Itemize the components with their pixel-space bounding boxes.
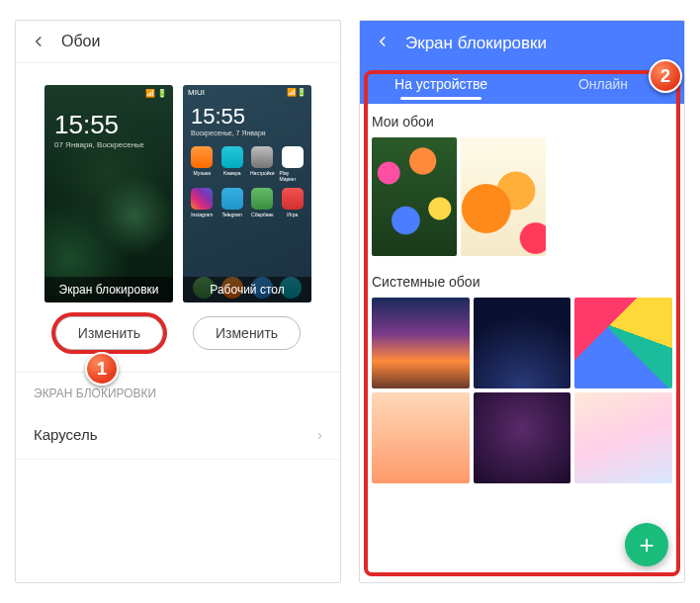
page-title-right: Экран блокировки (405, 34, 547, 53)
callout-badge-1: 1 (85, 352, 119, 386)
home-icon-grid: Музыка Камера Настройки Play Маркет Inst… (183, 142, 311, 221)
change-homescreen-button[interactable]: Изменить (193, 316, 301, 350)
home-date: Воскресенье, 7 Января (183, 129, 311, 142)
chevron-right-icon: › (317, 426, 322, 443)
phone-right: Экран блокировки На устройстве Онлайн Мо… (359, 20, 685, 583)
callout-badge-2: 2 (649, 59, 682, 93)
section-my-wallpapers: Мои обои (360, 104, 684, 137)
homescreen-preview[interactable]: MIUI📶🔋 15:55 Воскресенье, 7 Января Музык… (183, 85, 311, 302)
carousel-row[interactable]: Карусель › (16, 410, 340, 460)
add-wallpaper-fab[interactable]: + (625, 523, 668, 566)
wallpaper-thumb[interactable] (574, 392, 672, 483)
wallpaper-previews: 📶 🔋 15:55 07 Января, Воскресенье Экран б… (16, 63, 340, 310)
lock-date: 07 Января, Воскресенье (44, 140, 173, 149)
statusbar: MIUI📶🔋 (183, 85, 311, 100)
plus-icon: + (639, 530, 654, 560)
lock-label: Экран блокировки (44, 277, 173, 302)
page-title-left: Обои (61, 33, 100, 50)
system-wallpapers-grid (360, 298, 684, 483)
tabs: На устройстве Онлайн (360, 66, 684, 104)
wallpaper-thumb[interactable] (461, 137, 546, 256)
back-icon[interactable] (374, 33, 392, 54)
my-wallpapers-row (360, 137, 684, 264)
section-lockscreen: ЭКРАН БЛОКИРОВКИ (16, 372, 340, 410)
wallpaper-thumb[interactable] (574, 298, 672, 388)
header-right: Экран блокировки (360, 21, 684, 66)
wallpaper-thumb[interactable] (474, 298, 571, 388)
change-lockscreen-button[interactable]: Изменить (55, 316, 163, 350)
tab-on-device[interactable]: На устройстве (360, 66, 522, 104)
header-left: Обои (16, 21, 340, 63)
phone-left: Обои 📶 🔋 15:55 07 Января, Воскресенье Эк… (15, 20, 341, 583)
change-buttons: Изменить Изменить (16, 310, 340, 372)
lockscreen-preview[interactable]: 📶 🔋 15:55 07 Января, Воскресенье Экран б… (44, 85, 173, 302)
wallpaper-thumb[interactable] (372, 137, 457, 256)
wallpaper-thumb[interactable] (372, 392, 470, 483)
section-system-wallpapers: Системные обои (360, 264, 684, 298)
wallpaper-thumb[interactable] (474, 392, 571, 483)
statusbar: 📶 🔋 (44, 85, 173, 102)
home-time: 15:55 (183, 100, 311, 129)
wallpaper-thumb[interactable] (372, 298, 470, 388)
home-label: Рабочий стол (183, 277, 311, 302)
carousel-label: Карусель (34, 426, 98, 443)
lock-time: 15:55 (44, 102, 173, 140)
back-icon[interactable] (30, 33, 47, 50)
